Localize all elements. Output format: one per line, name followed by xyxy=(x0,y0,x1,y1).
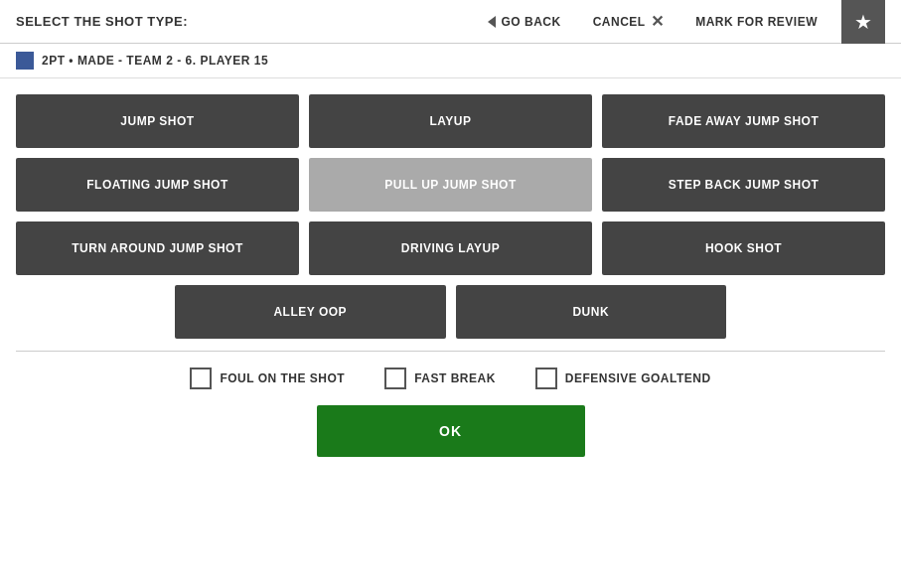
shot-button-floating[interactable]: FLOATING JUMP SHOT xyxy=(16,158,299,212)
header-right: GO BACK CANCEL ✕ MARK FOR REVIEW ★ xyxy=(480,0,885,44)
fast-break-box[interactable] xyxy=(384,368,406,389)
defensive-goaltend-label: DEFENSIVE GOALTEND xyxy=(565,371,711,385)
shot-button-layup[interactable]: LAYUP xyxy=(309,94,592,148)
sub-header-text: 2PT • MADE - TEAM 2 - 6. PLAYER 15 xyxy=(42,54,268,68)
ok-section: OK xyxy=(16,405,885,457)
shot-button-fade-away[interactable]: FADE AWAY JUMP SHOT xyxy=(602,94,885,148)
mark-for-review-button[interactable]: MARK FOR REVIEW xyxy=(687,11,826,33)
divider xyxy=(16,351,885,352)
go-back-button[interactable]: GO BACK xyxy=(480,11,568,33)
foul-on-shot-checkbox[interactable]: FOUL ON THE SHOT xyxy=(190,368,345,389)
fast-break-checkbox[interactable]: FAST BREAK xyxy=(384,368,496,389)
chevron-left-icon xyxy=(488,16,496,28)
header-left: Select the shot type: xyxy=(16,14,188,29)
header: Select the shot type: GO BACK CANCEL ✕ M… xyxy=(0,0,901,44)
page-title: Select the shot type: xyxy=(16,14,188,29)
foul-on-shot-label: FOUL ON THE SHOT xyxy=(220,371,345,385)
shot-button-driving-layup[interactable]: DRIVING LAYUP xyxy=(309,221,592,275)
sub-header: 2PT • MADE - TEAM 2 - 6. PLAYER 15 xyxy=(0,44,901,78)
team-indicator xyxy=(16,52,34,70)
shot-button-step-back[interactable]: STEP BACK JUMP SHOT xyxy=(602,158,885,212)
mark-for-review-label: MARK FOR REVIEW xyxy=(695,15,818,29)
fast-break-label: FAST BREAK xyxy=(414,371,496,385)
shot-button-dunk[interactable]: DUNK xyxy=(456,285,727,339)
x-icon: ✕ xyxy=(651,12,665,31)
ok-button[interactable]: OK xyxy=(317,405,585,457)
star-icon[interactable]: ★ xyxy=(841,0,885,44)
cancel-label: CANCEL xyxy=(593,15,646,29)
cancel-button[interactable]: CANCEL ✕ xyxy=(585,8,673,35)
shot-button-alley-oop[interactable]: ALLEY OOP xyxy=(175,285,446,339)
shot-button-jump-shot[interactable]: JUMP SHOT xyxy=(16,94,299,148)
foul-on-shot-box[interactable] xyxy=(190,368,212,389)
shot-button-hook-shot[interactable]: HOOK SHOT xyxy=(602,221,885,275)
shot-grid: JUMP SHOT LAYUP FADE AWAY JUMP SHOT FLOA… xyxy=(16,94,885,275)
defensive-goaltend-box[interactable] xyxy=(535,368,557,389)
shot-button-pull-up[interactable]: PULL UP JUMP SHOT xyxy=(309,158,592,212)
defensive-goaltend-checkbox[interactable]: DEFENSIVE GOALTEND xyxy=(535,368,711,389)
go-back-label: GO BACK xyxy=(501,15,560,29)
checkboxes-row: FOUL ON THE SHOT FAST BREAK DEFENSIVE GO… xyxy=(16,368,885,389)
shot-button-turn-around[interactable]: TURN AROUND JUMP SHOT xyxy=(16,221,299,275)
shot-bottom-row: ALLEY OOP DUNK xyxy=(175,285,726,339)
main-content: JUMP SHOT LAYUP FADE AWAY JUMP SHOT FLOA… xyxy=(0,78,901,473)
